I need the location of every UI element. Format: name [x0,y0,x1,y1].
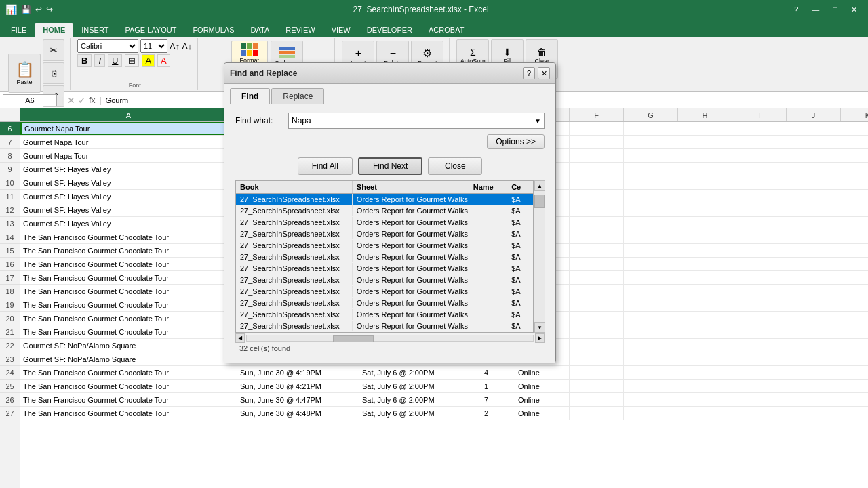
col-header-f[interactable]: F [570,108,624,121]
cell-f16[interactable] [570,258,624,270]
cell-e24[interactable]: Online [515,366,570,379]
cell-f19[interactable] [570,298,624,311]
row-num-26[interactable]: 26 [0,393,20,407]
list-item[interactable]: 27_SearchInSpreadsheet.xlsx Orders Repor… [236,194,533,205]
cell-f21[interactable] [570,325,624,338]
row-num-21[interactable]: 21 [0,325,20,339]
tab-data[interactable]: DATA [243,23,278,37]
row-num-18[interactable]: 18 [0,285,20,298]
list-item[interactable]: 27_SearchInSpreadsheet.xlsx Orders Repor… [236,274,533,286]
row-num-16[interactable]: 16 [0,258,20,271]
minimize-btn[interactable]: — [806,4,825,16]
name-box[interactable] [3,94,57,106]
font-color-btn[interactable]: A [157,54,170,67]
cell-c25[interactable]: Sat, July 6 @ 2:00PM [359,380,481,392]
cell-f9[interactable] [570,163,624,176]
cell-a22[interactable]: Gourmet SF: NoPa/Alamo Square [20,339,237,352]
find-what-input[interactable] [292,116,534,125]
cell-a6[interactable]: Gourmet Napa Tour [20,122,237,135]
row-num-17[interactable]: 17 [0,271,20,285]
cell-a17[interactable]: The San Francisco Gourmet Chocolate Tour [20,271,237,284]
cell-f22[interactable] [570,339,624,352]
paste-button[interactable]: 📋Paste [8,54,41,93]
tab-acrobat[interactable]: ACROBAT [420,23,472,37]
font-family-select[interactable]: Calibri [77,39,138,53]
decrease-font-btn[interactable]: A↓ [182,41,192,52]
list-item[interactable]: 27_SearchInSpreadsheet.xlsx Orders Repor… [236,228,533,240]
row-num-24[interactable]: 24 [0,366,20,380]
copy-button[interactable]: ⎘ [43,62,64,84]
list-item[interactable]: 27_SearchInSpreadsheet.xlsx Orders Repor… [236,251,533,263]
row-num-12[interactable]: 12 [0,203,20,217]
cell-e26[interactable]: Online [515,393,570,406]
cell-e27[interactable]: Online [515,407,570,420]
list-item[interactable]: 27_SearchInSpreadsheet.xlsx Orders Repor… [236,309,533,321]
scrollbar-right-btn[interactable]: ▶ [535,333,545,343]
cell-a7[interactable]: Gourmet Napa Tour [20,136,237,148]
dialog-help-btn[interactable]: ? [523,67,535,79]
tab-formulas[interactable]: FORMULAS [184,23,242,37]
cell-a8[interactable]: Gourmet Napa Tour [20,149,237,162]
tab-review[interactable]: REVIEW [277,23,323,37]
cut-button[interactable]: ✂ [43,39,64,61]
find-dropdown-arrow[interactable]: ▼ [534,117,541,125]
cell-f11[interactable] [570,190,624,203]
formula-cancel[interactable]: ✕ [67,95,75,106]
col-header-j[interactable]: J [787,108,841,121]
row-num-27[interactable]: 27 [0,407,20,420]
cell-a26[interactable]: The San Francisco Gourmet Chocolate Tour [20,393,237,406]
row-num-22[interactable]: 22 [0,339,20,352]
vscroll-track[interactable] [534,191,545,322]
cell-f8[interactable] [570,149,624,162]
row-num-11[interactable]: 11 [0,190,20,203]
col-header-a[interactable]: A [20,108,237,121]
scrollbar-track-h[interactable] [246,335,534,342]
cell-f10[interactable] [570,176,624,189]
cell-a16[interactable]: The San Francisco Gourmet Chocolate Tour [20,258,237,270]
close-button[interactable]: Close [428,157,482,175]
quick-access-undo[interactable]: ↩ [35,5,42,14]
cell-d25[interactable]: 1 [481,380,515,392]
find-next-button[interactable]: Find Next [358,157,422,175]
cell-a25[interactable]: The San Francisco Gourmet Chocolate Tour [20,380,237,392]
cell-a23[interactable]: Gourmet SF: NoPa/Alamo Square [20,352,237,365]
list-item[interactable]: 27_SearchInSpreadsheet.xlsx Orders Repor… [236,298,533,309]
row-num-14[interactable]: 14 [0,230,20,244]
cell-a18[interactable]: The San Francisco Gourmet Chocolate Tour [20,285,237,298]
list-item[interactable]: 27_SearchInSpreadsheet.xlsx Orders Repor… [236,263,533,274]
bold-button[interactable]: B [77,54,92,67]
cell-a20[interactable]: The San Francisco Gourmet Chocolate Tour [20,312,237,325]
list-item[interactable]: 27_SearchInSpreadsheet.xlsx Orders Repor… [236,217,533,228]
vscroll-thumb[interactable] [534,195,545,208]
cell-f27[interactable] [570,407,624,420]
row-num-13[interactable]: 13 [0,217,20,230]
row-num-7[interactable]: 7 [0,136,20,149]
results-horizontal-scrollbar[interactable]: ◀ ▶ [235,333,545,342]
cell-a27[interactable]: The San Francisco Gourmet Chocolate Tour [20,407,237,420]
col-header-h[interactable]: H [678,108,732,121]
tab-page-layout[interactable]: PAGE LAYOUT [117,23,184,37]
cell-a21[interactable]: The San Francisco Gourmet Chocolate Tour [20,325,237,338]
list-item[interactable]: 27_SearchInSpreadsheet.xlsx Orders Repor… [236,286,533,298]
cell-a9[interactable]: Gourmet SF: Hayes Valley [20,163,237,176]
list-item[interactable]: 27_SearchInSpreadsheet.xlsx Orders Repor… [236,321,533,332]
cell-c24[interactable]: Sat, July 6 @ 2:00PM [359,366,481,379]
table-row[interactable]: The San Francisco Gourmet Chocolate Tour… [20,380,868,393]
cell-a10[interactable]: Gourmet SF: Hayes Valley [20,176,237,189]
row-num-9[interactable]: 9 [0,163,20,176]
tab-developer[interactable]: DEVELOPER [359,23,420,37]
row-num-20[interactable]: 20 [0,312,20,325]
cell-f15[interactable] [570,244,624,257]
cell-d26[interactable]: 7 [481,393,515,406]
increase-font-btn[interactable]: A↑ [170,41,180,52]
cell-f12[interactable] [570,203,624,216]
col-header-k[interactable]: K [841,108,868,121]
scrollbar-thumb-h[interactable] [333,336,374,342]
cell-a12[interactable]: Gourmet SF: Hayes Valley [20,203,237,216]
close-btn[interactable]: ✕ [846,4,863,16]
tab-file[interactable]: FILE [3,23,35,37]
cell-f23[interactable] [570,352,624,365]
row-num-6[interactable]: 6 [0,122,20,136]
cell-b25[interactable]: Sun, June 30 @ 4:21PM [237,380,359,392]
row-num-23[interactable]: 23 [0,352,20,366]
